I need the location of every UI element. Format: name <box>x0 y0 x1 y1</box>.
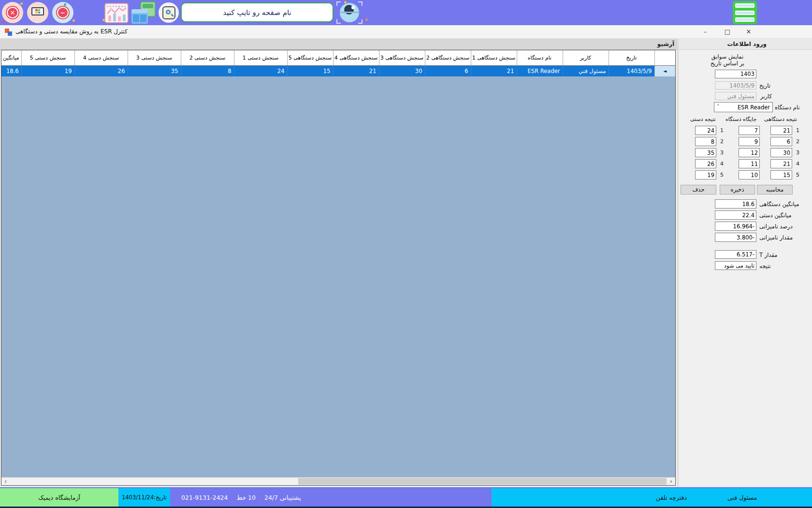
scrollbar-thumb[interactable] <box>298 478 667 485</box>
amount-misalignment-field[interactable] <box>715 233 756 242</box>
device-position-input-5[interactable] <box>739 170 760 179</box>
archive-grid: تاریخ کاربر نام دستگاه سنجش دستگاهی 1 سن… <box>1 50 676 486</box>
column-header-manual-5[interactable]: سنجش دستی 5 <box>21 50 74 65</box>
page-search-input[interactable] <box>181 2 334 22</box>
status-right-section: دفترچه تلفن مسئول فنی <box>492 488 812 508</box>
history-year-input[interactable] <box>715 70 756 78</box>
device-position-input-4[interactable] <box>739 159 760 168</box>
scroll-left-icon[interactable]: ‹ <box>1 478 10 485</box>
phonebook-button[interactable]: دفترچه تلفن <box>656 494 687 501</box>
column-header-manual-4[interactable]: سنجش دستی 4 <box>74 50 128 65</box>
confetti-dot <box>72 19 75 22</box>
device-result-input-5[interactable] <box>770 170 792 179</box>
calculate-button[interactable]: محاسبه <box>757 185 793 194</box>
column-header-device-3[interactable]: سنجش دستگاهی 3 <box>379 50 425 65</box>
close-button[interactable]: ✕ <box>742 27 755 37</box>
maximize-button[interactable]: □ <box>721 27 734 37</box>
device-name-label: نام دستگاه <box>775 104 800 111</box>
application-window: ✕ − <box>0 0 812 508</box>
t-value-field[interactable] <box>715 250 756 259</box>
cell-manual-2[interactable]: 8 <box>181 65 234 76</box>
minimize-button[interactable]: – <box>699 27 711 37</box>
device-result-input-1[interactable] <box>770 126 792 135</box>
save-button[interactable]: ذخیره <box>720 185 755 194</box>
column-header-mean[interactable]: میانگین آز <box>1 50 21 65</box>
monitor-button[interactable] <box>27 2 48 23</box>
manual-row-number-1: 1 <box>720 127 724 134</box>
column-header-user[interactable]: کاربر <box>563 50 609 65</box>
app-icon <box>5 29 12 36</box>
t-value-label: مقدار T <box>759 252 777 258</box>
device-row-number-5: 5 <box>796 172 799 178</box>
confetti-dot <box>344 1 347 3</box>
manual-result-input-5[interactable] <box>695 170 716 179</box>
cell-device-1[interactable]: 21 <box>471 65 517 76</box>
close-circle-button[interactable]: ✕ <box>2 2 23 23</box>
eye-button[interactable] <box>336 1 362 24</box>
manual-row-number-3: 3 <box>720 149 724 156</box>
hamburger-menu-button[interactable] <box>733 1 757 24</box>
device-result-input-4[interactable] <box>770 159 792 168</box>
window-title: کنترل ESR به روش مقایسه دستی و دستگاهی <box>15 28 128 35</box>
column-header-date[interactable]: تاریخ <box>609 50 654 65</box>
percent-misalignment-field[interactable] <box>715 222 756 231</box>
column-header-manual-2[interactable]: سنجش دستی 2 <box>181 50 234 65</box>
windows-grid-button[interactable] <box>131 1 156 24</box>
minus-icon: − <box>57 7 69 18</box>
column-header-device-2[interactable]: سنجش دستگاهی 2 <box>425 50 471 65</box>
device-result-input-2[interactable] <box>770 137 792 146</box>
cell-date[interactable]: 1403/5/9 <box>609 65 654 76</box>
device-result-column-label: نتیجه دستگاهی <box>764 116 797 122</box>
column-header-device-5[interactable]: سنجش دستگاهی 5 <box>287 50 333 65</box>
chart-icon[interactable] <box>104 3 129 23</box>
column-header-device-4[interactable]: سنجش دستگاهی 4 <box>333 50 379 65</box>
device-result-input-3[interactable] <box>770 148 792 157</box>
history-by-date-label: نمایش سوابقبر اساس تاریخ <box>706 53 749 67</box>
current-user: مسئول فنی <box>727 494 757 501</box>
cell-manual-3[interactable]: 35 <box>128 65 181 76</box>
cell-mean[interactable]: 18.6 <box>1 65 21 76</box>
user-field <box>715 92 756 100</box>
device-position-input-3[interactable] <box>739 148 760 157</box>
device-row-number-4: 4 <box>796 161 799 167</box>
manual-row-number-5: 5 <box>720 172 724 178</box>
manual-result-input-3[interactable] <box>695 148 716 157</box>
cell-device-2[interactable]: 6 <box>425 65 471 76</box>
cell-user[interactable]: مسئول فني <box>563 65 609 76</box>
cell-device-3[interactable]: 30 <box>379 65 425 76</box>
cell-manual-5[interactable]: 19 <box>21 65 74 76</box>
manual-result-input-2[interactable] <box>695 137 716 146</box>
device-mean-field[interactable] <box>715 199 756 209</box>
row-selector-cell[interactable]: ◄ <box>654 65 675 76</box>
column-header-manual-3[interactable]: سنجش دستی 3 <box>128 50 181 65</box>
manual-mean-field[interactable] <box>715 210 756 220</box>
manual-result-input-1[interactable] <box>695 126 716 135</box>
column-header-manual-1[interactable]: سنجش دستی 1 <box>234 50 287 65</box>
scroll-right-icon[interactable]: › <box>667 478 675 485</box>
eye-icon <box>340 3 359 22</box>
column-header-device-name[interactable]: نام دستگاه <box>517 50 563 65</box>
result-field[interactable] <box>715 261 756 270</box>
magnifier-button[interactable] <box>159 2 179 23</box>
cell-manual-4[interactable]: 26 <box>74 65 128 76</box>
cell-device-5[interactable]: 15 <box>287 65 333 76</box>
device-position-column-label: جایگاه دستگاه <box>725 116 757 122</box>
percent-misalignment-label: درصد نامیزانی <box>759 223 793 230</box>
title-bar: کنترل ESR به روش مقایسه دستی و دستگاهی –… <box>0 25 812 39</box>
delete-button[interactable]: حذف <box>681 185 716 194</box>
column-header-device-1[interactable]: سنجش دستگاهی 1 <box>471 50 517 65</box>
confetti-dot <box>365 18 368 21</box>
chevron-down-icon: ˅ <box>717 104 720 110</box>
cell-device-name[interactable]: ESR Reader <box>517 65 563 76</box>
horizontal-scrollbar[interactable]: ‹ › <box>1 477 675 485</box>
device-name-select[interactable]: ESR Reader ˅ <box>714 102 773 112</box>
device-position-input-1[interactable] <box>739 126 760 135</box>
cell-device-4[interactable]: 21 <box>333 65 379 76</box>
minimize-circle-button[interactable]: − <box>52 2 73 23</box>
table-row[interactable]: ◄ 1403/5/9 مسئول فني ESR Reader 21 6 30 … <box>1 65 675 76</box>
cell-manual-1[interactable]: 24 <box>234 65 287 76</box>
device-row-number-1: 1 <box>796 127 799 134</box>
confetti-dot <box>3 20 5 23</box>
device-position-input-2[interactable] <box>739 137 760 146</box>
manual-result-input-4[interactable] <box>695 159 716 168</box>
